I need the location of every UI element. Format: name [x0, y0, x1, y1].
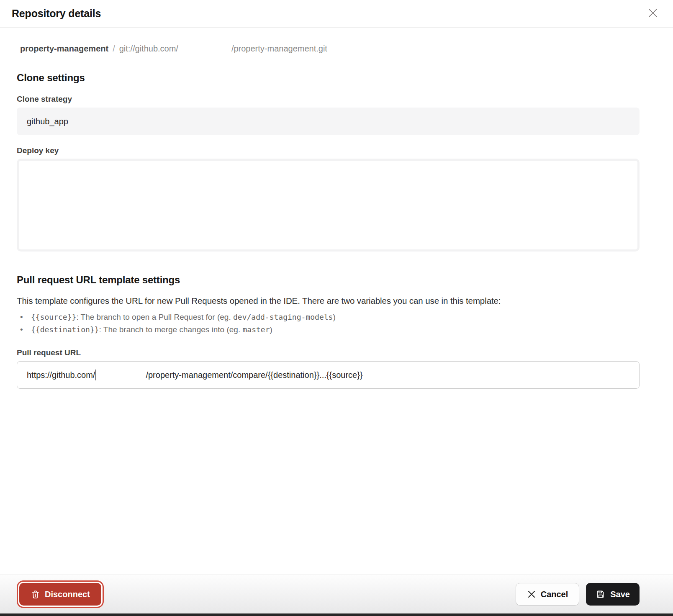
pull-request-url-input[interactable]: https://github.com/ /property-management…: [17, 361, 640, 389]
pull-request-url-label: Pull request URL: [17, 348, 640, 357]
text-cursor: [95, 370, 96, 380]
pr-variable-destination: {{destination}}: The branch to merge cha…: [17, 323, 640, 336]
destination-variable-suffix: ): [270, 325, 272, 334]
close-icon: [647, 8, 658, 20]
save-button[interactable]: Save: [586, 583, 640, 606]
background-page-edge: [0, 613, 673, 616]
deploy-key-label: Deploy key: [17, 146, 640, 155]
cancel-button[interactable]: Cancel: [516, 583, 580, 606]
pr-template-heading: Pull request URL template settings: [17, 274, 640, 286]
footer-actions: Cancel Save: [516, 583, 640, 606]
clone-strategy-label: Clone strategy: [17, 95, 640, 104]
breadcrumb: property-management / git://github.com/ …: [20, 44, 640, 54]
pr-variable-source: {{source}}: The branch to open a Pull Re…: [17, 311, 640, 323]
clone-strategy-value: github_app: [27, 117, 68, 126]
pr-template-variable-list: {{source}}: The branch to open a Pull Re…: [17, 311, 640, 336]
source-variable-text: : The branch to open a Pull Request for …: [76, 313, 233, 321]
url-value-prefix: https://github.com/: [27, 370, 95, 380]
source-variable-example: dev/add-staging-models: [233, 313, 333, 321]
deploy-key-textarea[interactable]: [17, 159, 640, 252]
breadcrumb-repo-name: property-management: [20, 44, 108, 54]
breadcrumb-separator: /: [113, 44, 115, 54]
modal-header: Repository details: [0, 0, 673, 28]
modal-content: property-management / git://github.com/ …: [0, 28, 673, 575]
breadcrumb-url-prefix: git://github.com/: [119, 44, 178, 54]
cancel-button-label: Cancel: [541, 590, 568, 599]
destination-variable-text: : The branch to merge changes into (eg.: [99, 325, 243, 334]
disconnect-button[interactable]: Disconnect: [19, 583, 101, 606]
source-variable-suffix: ): [333, 313, 335, 321]
pr-template-description: This template configures the URL for new…: [17, 296, 640, 306]
clone-strategy-field[interactable]: github_app: [17, 108, 640, 135]
modal-footer: Disconnect Cancel Save: [0, 575, 673, 613]
source-variable-code: {{source}}: [31, 313, 76, 321]
page-title: Repository details: [12, 8, 101, 20]
save-button-label: Save: [610, 590, 630, 599]
breadcrumb-url-suffix: /property-management.git: [231, 44, 327, 54]
trash-icon: [31, 589, 40, 599]
disconnect-button-label: Disconnect: [45, 590, 90, 599]
destination-variable-code: {{destination}}: [31, 325, 99, 334]
close-button[interactable]: [645, 5, 661, 22]
clone-settings-heading: Clone settings: [17, 72, 640, 84]
url-value-suffix: /property-management/compare/{{destinati…: [146, 370, 362, 380]
destination-variable-example: master: [242, 325, 270, 334]
save-floppy-icon: [596, 589, 606, 599]
cancel-x-icon: [527, 590, 536, 599]
